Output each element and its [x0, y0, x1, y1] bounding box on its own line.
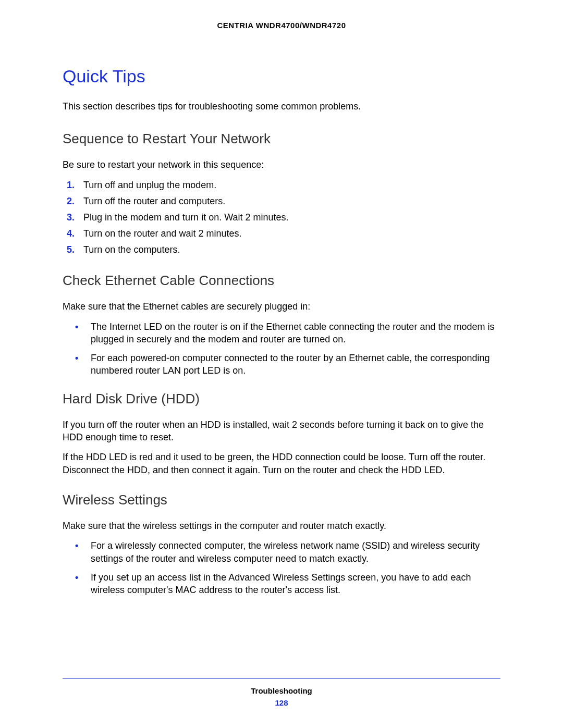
heading-restart: Sequence to Restart Your Network: [63, 131, 500, 147]
restart-lead: Be sure to restart your network in this …: [63, 158, 500, 171]
list-text: For each powered-on computer connected t…: [91, 353, 489, 376]
list-item: 1.Turn off and unplug the modem.: [63, 178, 500, 192]
document-page: CENTRIA WNDR4700/WNDR4720 Quick Tips Thi…: [0, 0, 563, 728]
hdd-paragraph-2: If the HDD LED is red and it used to be …: [63, 451, 500, 476]
section-restart: Sequence to Restart Your Network Be sure…: [63, 131, 500, 257]
hdd-paragraph-1: If you turn off the router when an HDD i…: [63, 418, 500, 444]
list-text: Turn off the router and computers.: [83, 196, 225, 206]
ethernet-list: The Internet LED on the router is on if …: [63, 320, 500, 377]
section-hdd: Hard Disk Drive (HDD) If you turn off th…: [63, 391, 500, 476]
list-number: 5.: [67, 243, 75, 257]
wireless-list: For a wirelessly connected computer, the…: [63, 539, 500, 596]
wireless-lead: Make sure that the wireless settings in …: [63, 520, 500, 532]
footer-page-number: 128: [63, 698, 500, 707]
list-item: The Internet LED on the router is on if …: [63, 320, 500, 346]
list-number: 1.: [67, 178, 75, 192]
page-footer: Troubleshooting 128: [63, 678, 500, 707]
list-item: 5.Turn on the computers.: [63, 243, 500, 257]
intro-text: This section describes tips for troubles…: [63, 101, 500, 112]
list-text: Turn on the computers.: [83, 244, 180, 255]
restart-list: 1.Turn off and unplug the modem. 2.Turn …: [63, 178, 500, 257]
heading-hdd: Hard Disk Drive (HDD): [63, 391, 500, 407]
list-item: If you set up an access list in the Adva…: [63, 571, 500, 597]
list-item: 3.Plug in the modem and turn it on. Wait…: [63, 211, 500, 225]
list-text: Plug in the modem and turn it on. Wait 2…: [83, 212, 289, 223]
list-text: Turn on the router and wait 2 minutes.: [83, 228, 242, 239]
list-item: 2.Turn off the router and computers.: [63, 194, 500, 208]
heading-ethernet: Check Ethernet Cable Connections: [63, 273, 500, 289]
footer-rule: [63, 678, 500, 679]
list-number: 2.: [67, 194, 75, 208]
page-header: CENTRIA WNDR4700/WNDR4720: [63, 21, 500, 30]
page-title: Quick Tips: [63, 66, 500, 87]
list-item: 4.Turn on the router and wait 2 minutes.: [63, 227, 500, 241]
list-text: If you set up an access list in the Adva…: [91, 572, 471, 595]
list-item: For each powered-on computer connected t…: [63, 352, 500, 377]
footer-section-name: Troubleshooting: [63, 686, 500, 695]
section-wireless: Wireless Settings Make sure that the wir…: [63, 492, 500, 596]
section-ethernet: Check Ethernet Cable Connections Make su…: [63, 273, 500, 377]
list-number: 3.: [67, 211, 75, 225]
list-text: Turn off and unplug the modem.: [83, 180, 216, 190]
list-item: For a wirelessly connected computer, the…: [63, 539, 500, 565]
heading-wireless: Wireless Settings: [63, 492, 500, 508]
list-number: 4.: [67, 227, 75, 241]
list-text: For a wirelessly connected computer, the…: [91, 540, 480, 563]
ethernet-lead: Make sure that the Ethernet cables are s…: [63, 300, 500, 313]
list-text: The Internet LED on the router is on if …: [91, 322, 494, 344]
